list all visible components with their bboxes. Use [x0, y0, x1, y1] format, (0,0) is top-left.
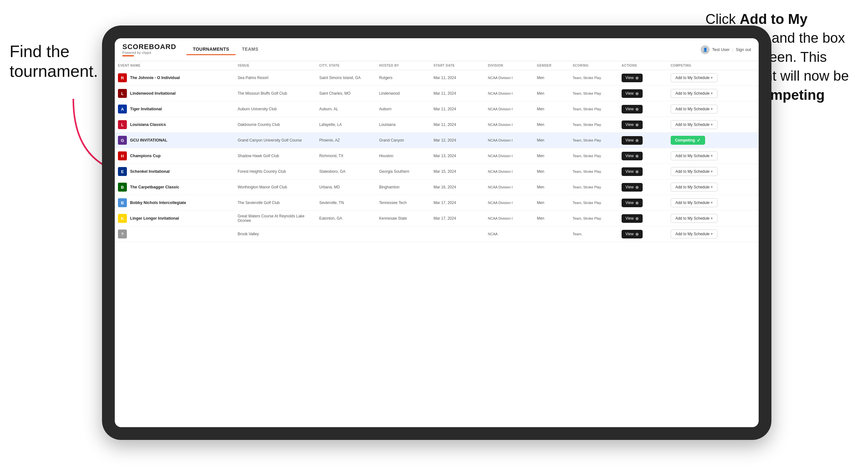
view-label: View	[625, 232, 634, 236]
table-row: BThe Carpetbagger ClassicWorthington Man…	[115, 180, 759, 195]
team-logo: B	[118, 183, 127, 192]
hosted-cell: Kennesaw State	[376, 211, 430, 226]
hosted-cell: Grand Canyon	[376, 133, 430, 148]
hosted-cell: Lindenwood	[376, 86, 430, 101]
view-icon: ⊕	[635, 232, 639, 237]
division-cell: NCAA Division I	[485, 211, 534, 226]
competing-cell: Add to My Schedule +	[668, 195, 759, 211]
view-label: View	[625, 169, 634, 174]
hosted-cell: Tennessee Tech	[376, 195, 430, 211]
hosted-cell: Georgia Southern	[376, 164, 430, 180]
add-to-schedule-button[interactable]: Add to My Schedule +	[671, 120, 718, 129]
event-name: Bobby Nichols Intercollegiate	[130, 200, 186, 205]
add-to-schedule-button[interactable]: Add to My Schedule +	[671, 89, 718, 98]
view-icon: ⊕	[635, 75, 639, 80]
view-button[interactable]: View ⊕	[622, 183, 643, 192]
date-cell: Mar 16, 2024	[430, 180, 485, 195]
date-cell: Mar 13, 2024	[430, 148, 485, 164]
competing-label: Competing	[675, 138, 695, 143]
competing-cell: Add to My Schedule +	[668, 180, 759, 195]
competing-cell: Add to My Schedule +	[668, 70, 759, 86]
scoring-cell: Team, Stroke Play	[569, 133, 618, 148]
competing-cell: Add to My Schedule +	[668, 211, 759, 226]
view-button[interactable]: View ⊕	[622, 152, 643, 160]
city-cell	[316, 226, 376, 242]
view-label: View	[625, 154, 634, 158]
col-header-event: EVENT NAME	[115, 61, 234, 70]
actions-cell: View ⊕	[618, 70, 668, 86]
add-to-schedule-button[interactable]: Add to My Schedule +	[671, 214, 718, 223]
scoring-cell: Team, Stroke Play	[569, 70, 618, 86]
user-name: Test User	[712, 47, 730, 52]
scoring-cell: Team, Stroke Play	[569, 180, 618, 195]
add-to-schedule-button[interactable]: Add to My Schedule +	[671, 198, 718, 207]
city-cell: Saint Charles, MO	[316, 86, 376, 101]
scoring-cell: Team, Stroke Play	[569, 164, 618, 180]
gender-cell: Men	[534, 70, 569, 86]
venue-cell: Oakbourne Country Club	[234, 117, 316, 133]
competing-cell: Add to My Schedule +	[668, 164, 759, 180]
scoring-cell: Team, Stroke Play	[569, 117, 618, 133]
tab-teams[interactable]: TEAMS	[236, 44, 265, 55]
table-row: ATiger InvitationalAuburn University Clu…	[115, 101, 759, 117]
add-to-schedule-button[interactable]: Add to My Schedule +	[671, 151, 718, 160]
signout-link[interactable]: Sign out	[736, 47, 751, 52]
event-name: Schenkel Invitational	[130, 169, 169, 174]
header-right: 👤 Test User | Sign out	[701, 45, 751, 54]
app-logo: SCOREBOARD	[122, 43, 176, 51]
header-divider: |	[732, 47, 733, 52]
team-logo: H	[118, 151, 127, 160]
tournaments-table: EVENT NAME VENUE CITY, STATE HOSTED BY S…	[115, 61, 759, 242]
view-label: View	[625, 200, 634, 205]
tablet-frame: SCOREBOARD Powered by clippd TOURNAMENTS…	[102, 26, 771, 440]
tablet-screen: SCOREBOARD Powered by clippd TOURNAMENTS…	[115, 38, 759, 427]
col-header-competing: COMPETING	[668, 61, 759, 70]
team-logo: ?	[118, 229, 127, 239]
tab-tournaments[interactable]: TOURNAMENTS	[186, 44, 236, 55]
competing-button[interactable]: Competing ✓	[671, 136, 706, 145]
view-button[interactable]: View ⊕	[622, 74, 643, 82]
view-button[interactable]: View ⊕	[622, 167, 643, 176]
city-cell: Sevierville, TN	[316, 195, 376, 211]
view-button[interactable]: View ⊕	[622, 198, 643, 207]
city-cell: Richmond, TX	[316, 148, 376, 164]
add-to-schedule-button[interactable]: Add to My Schedule +	[671, 104, 718, 114]
city-cell: Auburn, AL	[316, 101, 376, 117]
view-icon: ⊕	[635, 185, 639, 190]
team-logo: L	[118, 89, 127, 98]
view-icon: ⊕	[635, 138, 639, 143]
city-cell: Urbana, MD	[316, 180, 376, 195]
table-container: EVENT NAME VENUE CITY, STATE HOSTED BY S…	[115, 61, 759, 427]
view-button[interactable]: View ⊕	[622, 89, 643, 98]
add-to-schedule-button[interactable]: Add to My Schedule +	[671, 183, 718, 192]
venue-cell: Sea Palms Resort	[234, 70, 316, 86]
table-row: ?Brook ValleyNCAATeam,View ⊕Add to My Sc…	[115, 226, 759, 242]
gender-cell: Men	[534, 148, 569, 164]
add-to-schedule-button[interactable]: Add to My Schedule +	[671, 167, 718, 176]
division-cell: NCAA Division I	[485, 195, 534, 211]
venue-cell: Brook Valley	[234, 226, 316, 242]
add-to-schedule-button[interactable]: Add to My Schedule +	[671, 229, 718, 239]
date-cell: Mar 11, 2024	[430, 86, 485, 101]
view-button[interactable]: View ⊕	[622, 230, 643, 239]
hosted-cell: Binghamton	[376, 180, 430, 195]
competing-cell: Add to My Schedule +	[668, 101, 759, 117]
actions-cell: View ⊕	[618, 117, 668, 133]
venue-cell: Forest Heights Country Club	[234, 164, 316, 180]
view-button[interactable]: View ⊕	[622, 136, 643, 145]
view-button[interactable]: View ⊕	[622, 214, 643, 223]
check-icon: ✓	[697, 138, 701, 143]
table-row: KLinger Longer InvitationalGreat Waters …	[115, 211, 759, 226]
actions-cell: View ⊕	[618, 211, 668, 226]
view-icon: ⊕	[635, 122, 639, 127]
view-button[interactable]: View ⊕	[622, 121, 643, 129]
view-label: View	[625, 75, 634, 80]
team-logo: R	[118, 73, 127, 82]
venue-cell: Auburn University Club	[234, 101, 316, 117]
competing-cell: Add to My Schedule +	[668, 117, 759, 133]
add-to-schedule-button[interactable]: Add to My Schedule +	[671, 73, 718, 82]
table-row: BBobby Nichols IntercollegiateThe Sevier…	[115, 195, 759, 211]
view-button[interactable]: View ⊕	[622, 105, 643, 114]
col-header-scoring: SCORING	[569, 61, 618, 70]
scoring-cell: Team, Stroke Play	[569, 148, 618, 164]
